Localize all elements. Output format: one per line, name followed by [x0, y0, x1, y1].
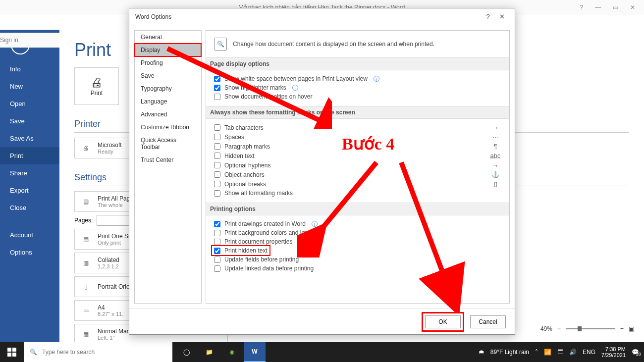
clock[interactable]: 7:38 PM 7/29/2021 [601, 346, 626, 358]
s1-checkbox-2[interactable] [214, 94, 220, 100]
format-symbol: ⚓ [489, 171, 501, 178]
s3-checkbox-5[interactable] [214, 265, 220, 272]
s3-checkbox-3[interactable] [214, 248, 220, 254]
volume-icon[interactable]: 🔊 [569, 349, 577, 356]
s2-checkbox-6[interactable] [214, 181, 220, 187]
cat-qat[interactable]: Quick Access Toolbar [135, 134, 201, 154]
ok-highlight: OK [422, 312, 464, 332]
minimize-icon[interactable]: — [595, 4, 601, 11]
section-formatting-marks: Always show these formatting marks on th… [206, 106, 509, 119]
tray-chevron-icon[interactable]: ˄ [535, 349, 538, 356]
s3-row-1: Print background colors and images [214, 228, 501, 237]
wifi-icon[interactable]: 📶 [544, 349, 551, 356]
s2-label-6: Optional breaks [224, 181, 266, 188]
info-icon[interactable]: i [292, 85, 298, 91]
battery-icon[interactable]: 🗔 [557, 349, 563, 356]
s3-label-4: Update fields before printing [224, 256, 299, 263]
s1-checkbox-1[interactable] [214, 85, 220, 91]
s2-row-5: Object anchors⚓ [214, 170, 501, 179]
info-icon[interactable]: i [312, 221, 318, 227]
svg-rect-5 [7, 353, 11, 357]
s3-checkbox-0[interactable] [214, 221, 220, 227]
dialog-titlebar: Word Options ? ✕ [129, 8, 515, 25]
s2-checkbox-4[interactable] [214, 162, 220, 168]
weather-text[interactable]: 89°F Light rain [490, 349, 529, 356]
s2-checkbox-1[interactable] [214, 134, 220, 140]
section-printing-options: Printing options [206, 203, 509, 215]
cat-typography[interactable]: Typography [135, 82, 201, 95]
s3-row-5: Update linked data before printing [214, 264, 501, 273]
cat-proofing[interactable]: Proofing [135, 56, 201, 69]
language-indicator[interactable]: ENG [583, 349, 595, 356]
ok-button[interactable]: OK [425, 315, 461, 328]
s2-checkbox-3[interactable] [214, 153, 220, 159]
cat-language[interactable]: Language [135, 95, 201, 108]
sidebar-item-share[interactable]: Share [0, 164, 59, 182]
help-icon[interactable]: ? [580, 4, 583, 11]
taskbar-search[interactable]: 🔍 Type here to search [24, 342, 172, 362]
cat-customize-ribbon[interactable]: Customize Ribbon [135, 121, 201, 134]
dialog-help-icon[interactable]: ? [481, 13, 495, 20]
app-green-icon[interactable]: ◉ [221, 342, 243, 362]
s2-checkbox-5[interactable] [214, 171, 220, 178]
cancel-button[interactable]: Cancel [470, 315, 506, 328]
zoom-slider[interactable] [566, 328, 615, 329]
cat-save[interactable]: Save [135, 69, 201, 82]
orientation-icon: ▯ [79, 280, 93, 294]
s1-label-1: Show highlighter marks [224, 84, 286, 91]
sidebar-item-new[interactable]: New [0, 78, 59, 95]
section-page-display: Page display options [206, 57, 509, 70]
s3-row-0: Print drawings created in Wordi [214, 219, 501, 228]
print-button[interactable]: 🖨 Print [74, 67, 119, 105]
sidebar-item-info[interactable]: Info [0, 60, 59, 78]
sidebar-item-save[interactable]: Save [0, 112, 59, 130]
s3-checkbox-4[interactable] [214, 257, 220, 263]
s1-checkbox-0[interactable] [214, 76, 220, 82]
cat-trust-center[interactable]: Trust Center [135, 154, 201, 166]
format-symbol: → [489, 124, 501, 131]
margins-icon: ▦ [79, 327, 93, 341]
cat-display[interactable]: Display [135, 44, 201, 56]
s3-row-4: Update fields before printing [214, 255, 501, 264]
weather-icon[interactable]: 🌧 [479, 349, 484, 356]
s3-label-3: Print hidden text [224, 247, 268, 254]
format-symbol: ¶ [489, 143, 501, 150]
s3-checkbox-1[interactable] [214, 230, 220, 236]
restore-icon[interactable]: ▭ [613, 4, 618, 11]
zoom-in-icon[interactable]: + [620, 325, 624, 332]
display-desc-icon: 🔍 [214, 38, 227, 51]
s1-label-2: Show document tooltips on hover [224, 93, 312, 100]
close-icon[interactable]: ✕ [630, 4, 635, 11]
pages-icon: ▤ [79, 195, 93, 208]
options-content: 🔍 Change how document content is display… [206, 30, 510, 304]
info-icon[interactable]: i [374, 76, 379, 82]
file-explorer-icon[interactable]: 📁 [198, 342, 220, 362]
word-app-icon[interactable]: W [244, 342, 266, 362]
dialog-close-icon[interactable]: ✕ [495, 13, 509, 20]
sidebar-item-export[interactable]: Export [0, 182, 59, 199]
fit-page-icon[interactable]: ▣ [629, 325, 634, 332]
sidebar-item-saveas[interactable]: Save As [0, 130, 59, 147]
sidebar-item-account[interactable]: Account [0, 226, 59, 244]
printer-status-icon: 🖨 [79, 141, 93, 155]
sides-icon: ▤ [79, 232, 93, 246]
svg-rect-3 [7, 348, 11, 352]
notifications-icon[interactable]: 💬20 [632, 349, 639, 356]
system-tray: 🌧 89°F Light rain ˄ 📶 🗔 🔊 ENG 7:38 PM 7/… [479, 346, 644, 358]
sidebar-item-print[interactable]: Print [0, 147, 59, 164]
start-button[interactable] [0, 342, 24, 362]
sidebar-item-options[interactable]: Options [0, 244, 59, 261]
s2-checkbox-0[interactable] [214, 124, 220, 131]
task-view-icon[interactable]: ◯ [175, 342, 197, 362]
s2-checkbox-2[interactable] [214, 143, 220, 150]
cat-general[interactable]: General [135, 31, 201, 44]
s3-row-2: Print document properties [214, 237, 501, 246]
sidebar-item-open[interactable]: Open [0, 95, 59, 112]
s2-row-3: Hidden textabc [214, 151, 501, 160]
zoom-out-icon[interactable]: − [557, 325, 561, 332]
s2-checkbox-7[interactable] [214, 190, 220, 197]
svg-rect-4 [12, 348, 16, 352]
sidebar-item-close[interactable]: Close [0, 199, 59, 216]
cat-advanced[interactable]: Advanced [135, 108, 201, 121]
s3-checkbox-2[interactable] [214, 239, 220, 245]
